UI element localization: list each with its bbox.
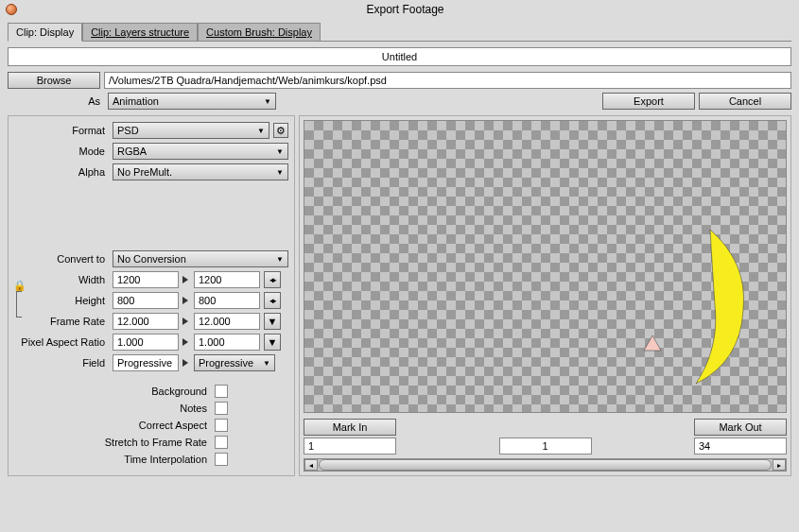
mode-value: RGBA	[117, 146, 147, 157]
framerate-source[interactable]: 12.000	[113, 313, 179, 330]
dropdown-icon: ▼	[268, 336, 278, 348]
format-options-button[interactable]: ⚙	[273, 123, 288, 138]
field-label: Field	[14, 357, 109, 369]
convert-select[interactable]: No Conversion ▼	[113, 250, 288, 267]
convert-value: No Conversion	[117, 253, 186, 265]
time-interp-checkbox[interactable]	[215, 453, 228, 466]
tab-clip-display[interactable]: Clip: Display	[8, 23, 82, 42]
lock-bracket	[16, 291, 22, 317]
spacer	[400, 419, 690, 436]
field-source[interactable]: Progressive	[113, 354, 179, 371]
cancel-button[interactable]: Cancel	[699, 93, 791, 110]
preview-panel: Mark In Mark Out 1 1 34 ◂ ▸	[299, 115, 791, 476]
clip-title-field[interactable]: Untitled	[8, 47, 791, 66]
window-title: Export Footage	[17, 3, 793, 16]
framerate-label: Frame Rate	[14, 316, 109, 327]
width-label: Width	[14, 274, 109, 285]
correct-aspect-label: Correct Aspect	[14, 420, 211, 431]
par-source[interactable]: 1.000	[113, 334, 179, 351]
time-interp-label: Time Interpolation	[14, 454, 211, 465]
gear-icon: ⚙	[276, 125, 286, 137]
window-close-button[interactable]	[6, 4, 17, 15]
field-target-select[interactable]: Progressive ▼	[194, 354, 275, 371]
path-field[interactable]: /Volumes/2TB Quadra/Handjemacht/Web/anim…	[104, 72, 791, 89]
range-start-field[interactable]: 1	[304, 438, 396, 455]
tab-custom-brush[interactable]: Custom Brush: Display	[198, 23, 321, 42]
framerate-menu-button[interactable]: ▼	[264, 313, 281, 330]
as-value: Animation	[113, 95, 159, 107]
width-target[interactable]: 1200	[194, 271, 260, 288]
background-checkbox[interactable]	[215, 385, 228, 398]
notes-label: Notes	[14, 403, 211, 414]
arrow-icon	[182, 338, 188, 346]
field-target-value: Progressive	[199, 357, 253, 369]
export-button[interactable]: Export	[602, 93, 695, 110]
scroll-thumb[interactable]	[319, 459, 772, 471]
mode-select[interactable]: RGBA ▼	[113, 143, 288, 160]
dropdown-icon: ▼	[257, 127, 265, 135]
notes-checkbox[interactable]	[215, 402, 228, 415]
format-value: PSD	[117, 125, 139, 136]
range-current-field[interactable]: 1	[499, 438, 592, 455]
link-icon: ◂▸	[269, 296, 275, 305]
timeline-scrollbar[interactable]: ◂ ▸	[304, 458, 787, 472]
arrow-icon	[182, 359, 188, 367]
correct-aspect-checkbox[interactable]	[215, 419, 228, 432]
spacer	[14, 184, 288, 250]
framerate-target[interactable]: 12.000	[194, 313, 260, 330]
as-label: As	[8, 95, 104, 107]
format-label: Format	[14, 125, 109, 136]
preview-canvas[interactable]	[304, 120, 787, 413]
alpha-label: Alpha	[14, 166, 109, 178]
settings-panel: Format PSD ▼ ⚙ Mode RGBA ▼ Alpha	[8, 115, 295, 476]
tab-border	[321, 41, 791, 42]
par-menu-button[interactable]: ▼	[264, 334, 281, 351]
height-target[interactable]: 800	[194, 292, 260, 309]
width-link-button[interactable]: ◂▸	[264, 271, 281, 288]
preview-content	[663, 225, 748, 386]
alpha-value: No PreMult.	[117, 166, 172, 178]
format-select[interactable]: PSD ▼	[113, 122, 269, 139]
link-icon: ◂▸	[269, 275, 275, 284]
dropdown-icon: ▼	[276, 168, 284, 177]
mark-out-button[interactable]: Mark Out	[694, 419, 787, 436]
arrow-icon	[182, 317, 188, 325]
height-link-button[interactable]: ◂▸	[264, 292, 281, 309]
tab-clip-layers[interactable]: Clip: Layers structure	[82, 23, 198, 42]
par-target[interactable]: 1.000	[194, 334, 260, 351]
arrow-icon	[182, 276, 188, 283]
width-source[interactable]: 1200	[113, 271, 179, 288]
stretch-label: Stretch to Frame Rate	[14, 437, 211, 448]
dropdown-icon: ▼	[264, 97, 271, 106]
spacer: 1	[400, 438, 690, 455]
browse-button[interactable]: Browse	[8, 72, 100, 89]
arrow-icon	[182, 297, 188, 304]
dropdown-icon: ▼	[276, 255, 284, 264]
range-end-field[interactable]: 34	[694, 438, 787, 455]
preview-nose	[642, 334, 663, 352]
dropdown-icon: ▼	[268, 316, 278, 327]
stretch-checkbox[interactable]	[215, 436, 228, 449]
alpha-select[interactable]: No PreMult. ▼	[113, 163, 288, 180]
dropdown-icon: ▼	[276, 147, 284, 156]
lock-icon: 🔒	[13, 280, 25, 291]
as-select[interactable]: Animation ▼	[108, 93, 276, 110]
par-label: Pixel Aspect Ratio	[14, 336, 109, 348]
spacer	[14, 375, 288, 385]
convert-label: Convert to	[14, 253, 109, 265]
scroll-left-button[interactable]: ◂	[304, 459, 318, 471]
dimension-lock[interactable]: 🔒	[13, 280, 25, 317]
mark-in-button[interactable]: Mark In	[304, 419, 396, 436]
dropdown-icon: ▼	[263, 359, 270, 368]
height-source[interactable]: 800	[113, 292, 179, 309]
mode-label: Mode	[14, 146, 109, 157]
height-label: Height	[14, 295, 109, 306]
scroll-right-button[interactable]: ▸	[773, 459, 786, 471]
background-label: Background	[14, 386, 211, 397]
